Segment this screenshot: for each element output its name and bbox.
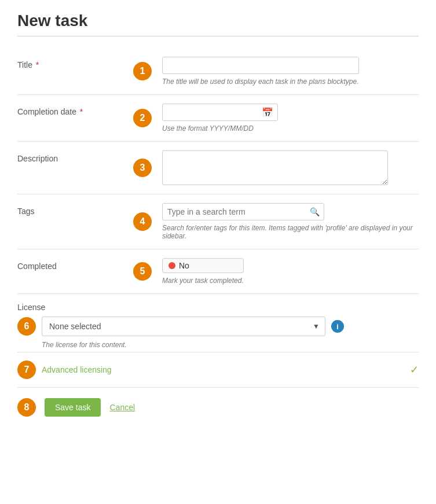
tags-hint: Search for/enter tags for this item. Ite… (162, 224, 419, 240)
completed-row: Completed 5 No Mark your task completed. (17, 249, 419, 294)
advanced-licensing-row[interactable]: 7 Advanced licensing ✓ (17, 352, 419, 388)
license-section: License 6 None selected CC0 CC BY CC BY-… (17, 294, 419, 352)
license-select[interactable]: None selected CC0 CC BY CC BY-SA CC BY-N… (42, 317, 325, 336)
title-required-marker: * (36, 60, 39, 69)
tags-badge-field: 4 🔍 Search for/enter tags for this item.… (133, 203, 419, 240)
date-hint: Use the format YYYY/MM/DD (162, 124, 278, 133)
completion-date-input[interactable] (162, 104, 278, 121)
tags-field-wrapper: 🔍 Search for/enter tags for this item. I… (162, 203, 419, 240)
description-badge-field: 3 (133, 150, 388, 185)
toggle-dot (168, 262, 175, 269)
step-badge-3: 3 (133, 159, 152, 177)
license-hint: The license for this content. (17, 341, 419, 349)
step-badge-1: 1 (133, 62, 152, 80)
completed-value: No (179, 261, 189, 270)
title-divider (17, 36, 419, 36)
completed-toggle[interactable]: No (162, 258, 244, 273)
title-badge-field: 1 The title will be used to display each… (133, 57, 359, 86)
completed-badge-field: 5 No Mark your task completed. (133, 258, 244, 285)
tags-input[interactable] (162, 203, 324, 220)
step-badge-6: 6 (17, 317, 36, 336)
save-button[interactable]: Save task (45, 398, 101, 417)
title-hint: The title will be used to display each t… (162, 78, 359, 86)
title-field-wrapper: The title will be used to display each t… (162, 57, 359, 86)
license-row: 6 None selected CC0 CC BY CC BY-SA CC BY… (17, 317, 419, 336)
description-row: Description 3 (17, 142, 419, 194)
buttons-row: 8 Save task Cancel (17, 388, 419, 427)
step-badge-4: 4 (133, 212, 152, 231)
advanced-licensing-chevron-icon: ✓ (410, 363, 419, 376)
tags-label: Tags (17, 207, 35, 216)
description-input[interactable] (162, 150, 388, 185)
date-field-wrapper: 📅 Use the format YYYY/MM/DD (162, 104, 278, 133)
page-title: New task (17, 12, 419, 30)
cancel-button[interactable]: Cancel (109, 403, 135, 412)
title-row: Title * 1 The title will be used to disp… (17, 48, 419, 95)
step-badge-7: 7 (17, 360, 36, 379)
description-label: Description (17, 154, 58, 163)
step-badge-2: 2 (133, 109, 152, 127)
info-icon[interactable]: i (331, 320, 344, 333)
date-badge-field: 2 📅 Use the format YYYY/MM/DD (133, 104, 278, 133)
title-label-col: Title * (17, 57, 133, 69)
completion-date-row: Completion date * 2 📅 Use the format YYY… (17, 95, 419, 142)
tags-label-col: Tags (17, 203, 133, 216)
tags-input-wrapper: 🔍 (162, 203, 324, 220)
completed-label: Completed (17, 262, 57, 271)
date-label-col: Completion date * (17, 104, 133, 116)
completed-hint: Mark your task completed. (162, 277, 244, 285)
license-label: License (17, 303, 419, 312)
tags-row: Tags 4 🔍 Search for/enter tags for this … (17, 194, 419, 249)
title-label: Title * (17, 60, 39, 69)
completed-field-wrapper: No Mark your task completed. (162, 258, 244, 285)
title-input[interactable] (162, 57, 359, 74)
step-badge-8: 8 (17, 398, 36, 417)
date-input-wrapper: 📅 (162, 104, 278, 121)
step-badge-5: 5 (133, 262, 152, 281)
description-label-col: Description (17, 150, 133, 163)
date-label: Completion date * (17, 107, 83, 116)
advanced-licensing-label: Advanced licensing (42, 365, 410, 374)
license-select-wrapper: None selected CC0 CC BY CC BY-SA CC BY-N… (42, 317, 325, 336)
completed-label-col: Completed (17, 258, 133, 271)
date-required-marker: * (80, 107, 83, 116)
